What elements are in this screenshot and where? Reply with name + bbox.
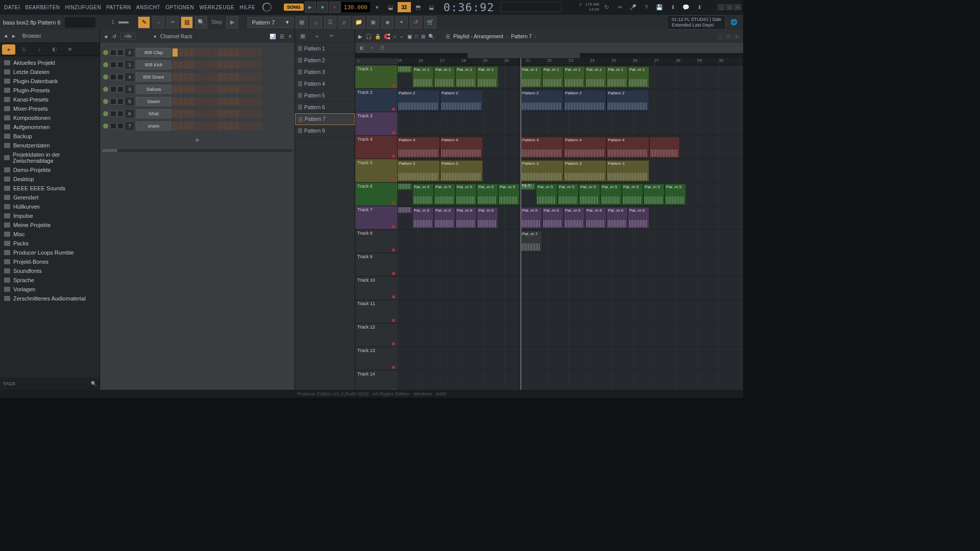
track-lane[interactable]: Pat..rn 7 [397, 230, 743, 253]
step-cell[interactable] [206, 122, 211, 130]
track-lane[interactable] [397, 277, 743, 300]
step-cell[interactable] [184, 61, 189, 69]
clip[interactable]: Pat..rn 1 [455, 66, 477, 88]
clip[interactable]: Pat..rn 6 [628, 207, 649, 229]
channel-solo[interactable] [117, 74, 124, 80]
step-cell[interactable] [173, 122, 178, 130]
step-cell[interactable] [223, 85, 228, 93]
channel-led[interactable] [103, 87, 108, 92]
step-cell[interactable] [212, 48, 217, 57]
step-cell[interactable] [184, 122, 189, 130]
tools-icon[interactable]: ✂ [614, 1, 626, 13]
menu-werkzeuge[interactable]: WERKZEUGE [197, 4, 236, 11]
clip[interactable]: Pattern 3 [606, 160, 649, 182]
pattern-item[interactable]: Pattern 3 [295, 66, 355, 78]
tree-item[interactable]: Soundfonts [0, 266, 100, 276]
step-cell[interactable] [223, 48, 228, 57]
tree-item[interactable]: Kanal-Presets [0, 95, 100, 104]
step-cell[interactable] [217, 48, 223, 57]
clip[interactable]: Pat..rn 5 [665, 184, 686, 205]
channel-name[interactable]: Sawer [136, 97, 172, 106]
step-cell[interactable] [195, 122, 200, 130]
channel-solo[interactable] [117, 123, 124, 129]
step-cell[interactable] [251, 73, 256, 81]
tree-item[interactable]: Aktuelles Projekt [0, 58, 100, 67]
mic-icon[interactable]: 🎤 [627, 1, 639, 13]
pl-close-button[interactable]: × [733, 33, 740, 39]
step-cell[interactable] [246, 85, 251, 93]
download-icon[interactable]: ⬇ [693, 1, 705, 13]
clip[interactable]: Pat..rn 5 [498, 184, 520, 205]
channel-led[interactable] [103, 99, 108, 104]
track-arm-icon[interactable] [392, 131, 395, 134]
clip[interactable] [649, 137, 680, 158]
tree-item[interactable]: Hüllkurven [0, 202, 100, 211]
step-cell[interactable] [184, 48, 189, 57]
step-cell[interactable] [251, 85, 256, 93]
playhead[interactable] [521, 58, 521, 390]
step-cell[interactable] [189, 97, 194, 106]
clip[interactable]: Pat..rn 1 [434, 66, 455, 88]
main-pitch-slider[interactable] [65, 17, 95, 28]
clip[interactable]: Pat..rn 5 [434, 184, 455, 205]
tree-item[interactable]: Backup [0, 132, 100, 141]
step-cell[interactable] [217, 97, 223, 106]
chat-icon[interactable]: 💬 [680, 1, 692, 13]
tree-item[interactable]: Projektdaten in der Zwischenablage [0, 150, 100, 165]
step-cell[interactable] [201, 48, 206, 57]
track-arm-icon[interactable] [392, 272, 395, 275]
rack-fwd-icon[interactable]: ↺ [112, 34, 116, 39]
song-mode-button[interactable]: SONG [284, 4, 304, 11]
step-cell[interactable] [229, 85, 234, 93]
pl-zoom-icon[interactable]: 🔍 [428, 34, 434, 39]
playlist-crumb2[interactable]: Pattern 7 [511, 34, 532, 39]
step-cell[interactable] [212, 97, 217, 106]
track-header[interactable]: Track 2 [355, 89, 397, 112]
step-cell[interactable] [189, 85, 194, 93]
tree-item[interactable]: Meine Projekte [0, 220, 100, 230]
step-cell[interactable] [246, 48, 251, 57]
track-header[interactable]: Track 9 [355, 253, 397, 277]
step-play[interactable]: ▶ [226, 16, 238, 29]
step-cell[interactable] [251, 110, 256, 118]
step-cell[interactable] [229, 97, 234, 106]
help-icon[interactable]: ? [640, 1, 652, 13]
tree-item[interactable]: Impulse [0, 211, 100, 220]
minimize-button[interactable]: _ [718, 4, 725, 10]
track-arm-icon[interactable] [392, 202, 395, 205]
view-plugin2[interactable]: ◆ [381, 16, 394, 29]
track-header[interactable]: Track 10 [355, 277, 397, 300]
step-cell[interactable] [257, 48, 262, 57]
close-button[interactable]: × [734, 4, 741, 10]
step-cell[interactable] [234, 122, 239, 130]
browser-tab-4[interactable]: ◐ [48, 44, 61, 55]
track-header[interactable]: Track 3 [355, 112, 397, 136]
channel-num[interactable]: 6 [125, 109, 135, 118]
clip[interactable]: Pat..rn 1 [542, 66, 564, 88]
clip[interactable]: Pat..rn 6 [412, 207, 434, 229]
step-cell[interactable] [184, 97, 189, 106]
clip[interactable]: Pat..rn 1 [477, 66, 498, 88]
track-arm-icon[interactable] [392, 342, 395, 345]
minimap[interactable] [355, 53, 743, 58]
timesig-display[interactable]: 32 [398, 2, 411, 12]
channel-num[interactable]: 1 [125, 60, 135, 69]
step-cell[interactable] [206, 85, 211, 93]
tree-item[interactable]: Demo-Projekte [0, 165, 100, 174]
clip[interactable]: Pattern 4 [521, 137, 564, 158]
step-cell[interactable] [229, 73, 234, 81]
clip[interactable]: Pat..rn 6 [434, 207, 455, 229]
playlist-crumb1[interactable]: Playlist - Arrangement [453, 34, 503, 39]
play-button[interactable]: ▶ [305, 2, 316, 13]
step-cell[interactable] [212, 85, 217, 93]
clip[interactable]: Pattern 2 [521, 90, 564, 111]
clip[interactable]: Pat..rn 6 [606, 207, 628, 229]
graph-icon[interactable]: 📊 [270, 34, 276, 39]
tool-select[interactable]: ⛓ [181, 16, 193, 29]
step-cell[interactable] [184, 73, 189, 81]
step-cell[interactable] [206, 97, 211, 106]
pattern-item[interactable]: Pattern 6 [295, 102, 355, 113]
step-cell[interactable] [240, 97, 245, 106]
step-cell[interactable] [206, 61, 211, 69]
clip[interactable]: Pat..rn 6 [477, 207, 498, 229]
